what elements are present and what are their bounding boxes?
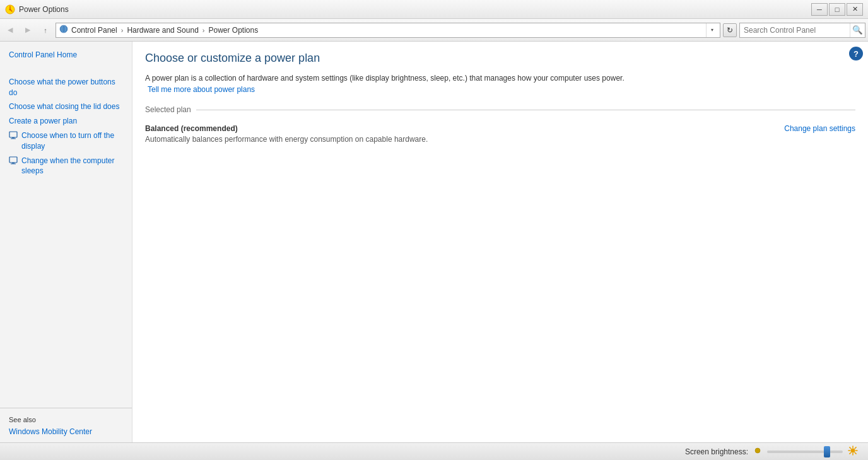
brightness-slider-container — [767, 451, 843, 453]
svg-line-19 — [850, 447, 851, 449]
selected-plan-section: Selected plan Balanced (recommended) Aut… — [145, 105, 855, 146]
svg-point-1 — [9, 8, 11, 10]
brightness-thumb[interactable] — [824, 446, 830, 457]
forward-button[interactable]: ▶ — [20, 23, 35, 38]
sidebar-display-label: Choose when to turn off the display — [21, 130, 123, 152]
svg-point-13 — [755, 448, 760, 453]
change-plan-link[interactable]: Change plan settings — [784, 124, 855, 133]
brightness-label: Screen brightness: — [685, 447, 748, 456]
sidebar-sleep-label: Change when the computer sleeps — [21, 156, 123, 177]
window-icon — [5, 4, 15, 14]
sidebar: Control Panel Home Choose what the power… — [0, 42, 132, 460]
maximize-button[interactable]: □ — [829, 3, 845, 16]
up-button[interactable]: ↑ — [38, 23, 53, 38]
svg-rect-9 — [11, 138, 16, 139]
address-bar: Control Panel › Hardware and Sound › Pow… — [56, 23, 720, 38]
plan-info: Balanced (recommended) Automatically bal… — [145, 124, 771, 144]
breadcrumb-hardware-sound[interactable]: Hardware and Sound — [127, 26, 198, 35]
svg-point-14 — [851, 449, 855, 453]
window-title: Power Options — [19, 5, 811, 14]
minimize-button[interactable]: ─ — [811, 3, 828, 16]
dim-icon — [753, 446, 762, 457]
breadcrumb-power-options: Power Options — [208, 26, 258, 35]
sidebar-spacer — [0, 178, 132, 408]
svg-line-22 — [850, 452, 851, 454]
brightness-track — [767, 451, 843, 453]
close-button[interactable]: ✕ — [847, 3, 863, 16]
svg-rect-12 — [11, 163, 16, 164]
breadcrumb-sep-1: › — [121, 26, 124, 34]
sidebar-item-lid-does[interactable]: Choose what closing the lid does — [0, 100, 132, 114]
sidebar-item-create-plan[interactable]: Create a power plan — [0, 114, 132, 129]
address-bar-end: ▾ — [706, 23, 717, 37]
globe-icon — [59, 24, 69, 36]
plan-name: Balanced (recommended) — [145, 124, 771, 133]
selected-plan-header: Selected plan — [145, 105, 855, 114]
svg-rect-10 — [9, 157, 17, 163]
breadcrumb-control-panel[interactable]: Control Panel — [71, 26, 117, 35]
search-bar: 🔍 — [739, 23, 865, 38]
description-text: A power plan is a collection of hardware… — [145, 72, 625, 95]
window-controls: ─ □ ✕ — [811, 3, 863, 16]
sleep-icon — [9, 156, 18, 169]
navigation-bar: ◀ ▶ ↑ Control Panel › Hardware and Sound… — [0, 19, 868, 42]
sidebar-item-control-panel-home[interactable]: Control Panel Home — [0, 48, 132, 62]
address-dropdown-button[interactable]: ▾ — [706, 23, 717, 37]
selected-plan-label: Selected plan — [145, 105, 191, 114]
svg-line-20 — [855, 452, 856, 454]
search-input[interactable] — [740, 26, 850, 35]
sidebar-item-power-buttons[interactable]: Choose what the power buttons do — [0, 75, 132, 100]
refresh-button[interactable]: ↻ — [723, 23, 737, 37]
plan-description: Automatically balances performance with … — [145, 135, 771, 144]
sidebar-lid-label: Choose what closing the lid does — [9, 102, 119, 111]
svg-rect-8 — [12, 137, 15, 139]
description-main: A power plan is a collection of hardware… — [145, 74, 625, 83]
display-icon — [9, 131, 18, 144]
main-container: Control Panel Home Choose what the power… — [0, 42, 868, 460]
title-bar: Power Options ─ □ ✕ — [0, 0, 868, 19]
learn-more-link[interactable]: Tell me more about power plans — [148, 85, 255, 94]
sidebar-item-mobility-center[interactable]: Windows Mobility Center — [0, 425, 132, 439]
page-title: Choose or customize a power plan — [145, 52, 855, 65]
svg-rect-11 — [12, 163, 15, 164]
see-also-label: See also — [0, 413, 132, 425]
help-button[interactable]: ? — [849, 47, 863, 60]
sidebar-section-divider — [0, 69, 132, 71]
search-button[interactable]: 🔍 — [850, 23, 865, 37]
plan-row: Balanced (recommended) Automatically bal… — [145, 122, 855, 146]
bottom-bar: Screen brightness: — [0, 442, 868, 460]
bright-icon — [848, 446, 858, 457]
breadcrumb-sep-2: › — [202, 26, 205, 34]
svg-line-21 — [855, 447, 856, 449]
sidebar-item-turn-off-display[interactable]: Choose when to turn off the display — [0, 129, 132, 154]
svg-rect-7 — [9, 132, 17, 137]
content-area: ? Choose or customize a power plan A pow… — [132, 42, 868, 460]
back-button[interactable]: ◀ — [3, 23, 18, 38]
sidebar-item-computer-sleeps[interactable]: Change when the computer sleeps — [0, 154, 132, 179]
selected-plan-divider — [196, 110, 855, 110]
